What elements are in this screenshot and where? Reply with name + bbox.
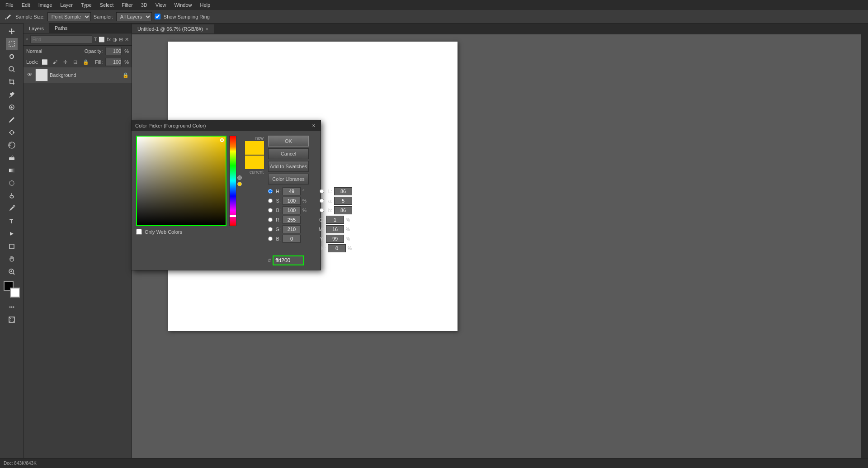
clone-stamp-tool[interactable] [6,127,18,138]
ok-button[interactable]: OK [268,136,309,147]
hand-tool[interactable] [6,253,18,265]
hue-radio[interactable] [268,189,273,194]
layer-visibility-btn[interactable]: 👁 [26,71,33,79]
color-field-container[interactable] [136,136,226,226]
fill-pct: % [124,59,129,65]
lab-b-input[interactable] [334,206,352,214]
m-input[interactable] [326,225,344,233]
dialog-close-btn[interactable]: × [311,123,317,129]
fill-input[interactable] [105,58,122,66]
a-radio[interactable] [320,199,324,203]
k-input[interactable] [328,244,346,252]
rgb-b-input[interactable] [283,235,301,243]
menu-image[interactable]: Image [35,1,56,9]
hue-slider[interactable] [229,136,236,226]
quick-select-tool[interactable] [6,63,18,75]
layer-background-row[interactable]: 👁 Background 🔒 [24,67,132,83]
crop-tool[interactable] [6,76,18,88]
only-web-colors-checkbox[interactable] [136,229,142,235]
background-color[interactable] [10,288,20,298]
gradient-tool[interactable] [6,165,18,176]
menu-help[interactable]: Help [197,1,214,9]
dialog-title-bar[interactable]: Color Picker (Foreground Color) × [132,120,321,131]
tab-layers[interactable]: Layers [24,24,49,33]
eraser-tool[interactable] [6,152,18,164]
panel-icon-t[interactable]: T [94,35,97,43]
r-input[interactable] [283,216,301,224]
y-input[interactable] [326,235,344,243]
lasso-tool[interactable] [6,51,18,62]
s-radio[interactable] [268,199,273,203]
l-input[interactable] [334,187,352,195]
eyedropper-tool-btn[interactable] [3,12,13,22]
opacity-input[interactable] [105,47,122,55]
a-input[interactable] [334,197,352,205]
zoom-tool[interactable] [6,266,18,278]
k-row: K: % [268,244,352,252]
g-radio[interactable] [268,227,273,232]
blur-tool[interactable] [6,177,18,189]
menu-view[interactable]: View [152,1,170,9]
cancel-button[interactable]: Cancel [268,148,309,159]
fg-bg-colors[interactable] [4,281,20,298]
color-dot-yellow[interactable] [237,182,242,186]
show-sampling-ring-checkbox[interactable] [155,14,160,19]
history-brush-tool[interactable] [6,139,18,151]
dodge-tool[interactable] [6,190,18,202]
rgb-b-radio[interactable] [268,236,273,241]
layer-search-input[interactable] [30,35,92,43]
path-selection-tool[interactable] [6,228,18,240]
tab-paths[interactable]: Paths [49,24,73,33]
h-input[interactable] [283,187,301,195]
menu-filter[interactable]: Filter [118,1,136,9]
panel-icon-adj[interactable]: ◑ [113,35,117,43]
canvas-tab-close-btn[interactable]: × [206,27,208,32]
lock-paint-btn[interactable]: 🖌 [51,58,59,66]
shape-tool[interactable] [6,241,18,252]
panel-icon-fx[interactable]: fx [107,35,111,43]
menu-edit[interactable]: Edit [18,1,34,9]
menu-type[interactable]: Type [77,1,95,9]
s-input[interactable] [283,197,301,205]
menu-layer[interactable]: Layer [57,1,76,9]
panel-icon-smart[interactable]: ⊞ [119,35,123,43]
add-to-swatches-button[interactable]: Add to Swatches [268,161,309,172]
menu-window[interactable]: Window [170,1,195,9]
swatch-new[interactable] [245,141,264,155]
l-radio[interactable] [320,189,324,194]
menu-file[interactable]: File [2,1,17,9]
color-dot-gray[interactable] [237,175,242,180]
sample-size-select[interactable]: Point Sample [47,12,91,21]
menu-3d[interactable]: 3D [137,1,151,9]
swatch-current[interactable] [245,155,264,170]
g-input[interactable] [283,225,301,233]
panel-icon-gradient[interactable]: ⬜ [99,35,105,43]
frame-tool-btn[interactable] [6,314,18,326]
canvas-tab-title: Untitled-1 @ 66.7% (RGB/8#) [137,26,203,32]
b-input[interactable] [283,206,301,214]
saturation-row: S: % a: [268,197,352,205]
sampler-select[interactable]: All Layers [116,12,152,21]
lock-position-btn[interactable]: ✛ [61,58,69,66]
type-tool[interactable]: T [6,215,18,227]
pen-tool[interactable] [6,203,18,214]
c-input[interactable] [326,216,344,224]
brush-tool[interactable] [6,114,18,126]
eyedropper-tool[interactable] [6,89,18,100]
hex-input[interactable] [273,255,304,265]
lock-transparent-btn[interactable]: ⬜ [41,58,48,66]
lock-artboard-btn[interactable]: ⊟ [72,58,80,66]
panel-icon-close[interactable]: ✕ [125,35,129,43]
menu-select[interactable]: Select [96,1,118,9]
edit-toolbar-btn[interactable] [6,301,18,313]
canvas-tab-untitled[interactable]: Untitled-1 @ 66.7% (RGB/8#) × [132,24,214,33]
r-radio[interactable] [268,217,273,222]
spot-healing-tool[interactable] [6,101,18,113]
rectangular-marquee-tool[interactable] [6,38,18,50]
color-libraries-button[interactable]: Color Libranes [268,174,309,184]
move-tool[interactable] [6,25,18,37]
color-field[interactable] [137,137,226,225]
b-radio[interactable] [268,208,273,213]
lab-b-radio[interactable] [320,208,324,213]
lock-all-btn[interactable]: 🔒 [82,58,90,66]
